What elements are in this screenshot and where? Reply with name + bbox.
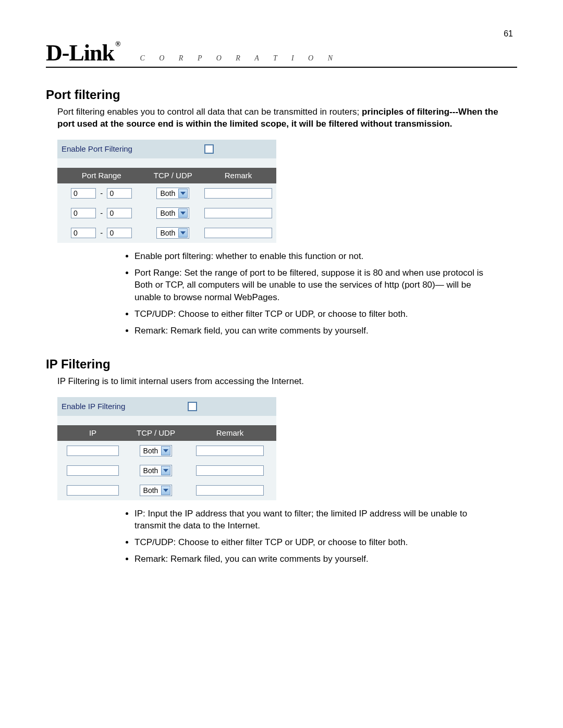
chevron-down-icon [178, 189, 188, 198]
list-item: Enable port filtering: whether to enable… [134, 250, 517, 263]
protocol-value: Both [143, 447, 158, 455]
page: 61 D-Link® C O R P O R A T I O N Port fi… [0, 0, 563, 728]
table-row: Both [57, 461, 276, 480]
port-to-input[interactable] [107, 208, 132, 218]
protocol-value: Both [160, 229, 175, 237]
remark-input[interactable] [196, 465, 264, 476]
chevron-down-icon [161, 466, 170, 475]
ip-filtering-intro: IP Filtering is to limit internal users … [57, 376, 517, 388]
list-item: IP: Input the IP address that you want t… [134, 508, 517, 533]
port-from-input[interactable] [71, 208, 96, 218]
port-from-input[interactable] [71, 228, 96, 238]
remark-input[interactable] [204, 228, 272, 238]
col-tcp-udp: TCP / UDP [146, 168, 200, 183]
list-item: TCP/UDP: Choose to either filter TCP or … [134, 308, 517, 320]
list-item: Port Range: Set the range of port to be … [134, 267, 517, 304]
protocol-select[interactable]: Both [156, 188, 189, 199]
port-to-input[interactable] [107, 188, 132, 199]
port-filtering-bullets: Enable port filtering: whether to enable… [46, 250, 517, 337]
table-row: Both [57, 480, 276, 500]
list-item: TCP/UDP: Choose to either filter TCP or … [134, 536, 517, 549]
remark-input[interactable] [196, 485, 264, 496]
protocol-value: Both [143, 486, 158, 495]
col-ip: IP [57, 425, 128, 441]
port-to-input[interactable] [107, 228, 132, 238]
col-remark: Remark [200, 168, 276, 183]
port-from-input[interactable] [71, 188, 96, 199]
header-divider [46, 67, 517, 68]
table-row: - Both [57, 183, 276, 203]
remark-input[interactable] [204, 188, 272, 199]
port-filtering-table: Enable Port Filtering Port Range TCP / U… [57, 140, 276, 243]
protocol-value: Both [160, 189, 175, 198]
protocol-select[interactable]: Both [140, 485, 173, 496]
list-item: Remark: Remark field, you can write comm… [134, 325, 517, 337]
enable-ip-filtering-label: Enable IP Filtering [57, 397, 183, 416]
protocol-select[interactable]: Both [156, 207, 189, 219]
brand-header: D-Link® C O R P O R A T I O N [46, 42, 517, 68]
enable-port-filtering-label: Enable Port Filtering [57, 140, 200, 158]
col-tcp-udp: TCP / UDP [128, 425, 183, 441]
brand-subtitle: C O R P O R A T I O N [140, 54, 339, 65]
table-row: Both [57, 441, 276, 461]
remark-input[interactable] [204, 208, 272, 218]
protocol-select[interactable]: Both [140, 465, 173, 476]
range-separator: - [100, 208, 103, 217]
col-port-range: Port Range [57, 168, 146, 183]
range-separator: - [100, 189, 103, 198]
table-spacer [57, 158, 276, 168]
table-row: - Both [57, 203, 276, 223]
ip-input[interactable] [67, 465, 119, 476]
col-remark: Remark [183, 425, 276, 441]
range-separator: - [100, 228, 103, 237]
ip-filtering-table: Enable IP Filtering IP TCP / UDP Remark … [57, 397, 276, 500]
chevron-down-icon [161, 446, 170, 455]
list-item: Remark: Remark filed, you can write comm… [134, 553, 517, 565]
port-filtering-intro: Port filtering enables you to control al… [57, 106, 517, 130]
table-row: - Both [57, 223, 276, 243]
table-spacer [57, 416, 276, 425]
brand-logo-text: D-Link [46, 40, 114, 66]
ip-filtering-bullets: IP: Input the IP address that you want t… [46, 508, 517, 565]
chevron-down-icon [178, 228, 188, 238]
remark-input[interactable] [196, 446, 264, 456]
ip-input[interactable] [67, 485, 119, 496]
page-number: 61 [504, 29, 513, 39]
registered-mark-icon: ® [115, 40, 120, 48]
ip-input[interactable] [67, 446, 119, 456]
protocol-select[interactable]: Both [140, 445, 173, 456]
chevron-down-icon [161, 486, 170, 495]
chevron-down-icon [178, 208, 188, 218]
port-filtering-heading: Port filtering [46, 88, 517, 102]
protocol-value: Both [143, 466, 158, 475]
protocol-select[interactable]: Both [156, 227, 189, 239]
protocol-value: Both [160, 209, 175, 217]
enable-ip-filtering-checkbox[interactable] [188, 402, 197, 411]
brand-logo: D-Link® [46, 42, 119, 65]
enable-port-filtering-checkbox[interactable] [204, 144, 214, 154]
port-filtering-intro-plain: Port filtering enables you to control al… [57, 107, 362, 117]
ip-filtering-heading: IP Filtering [46, 357, 517, 372]
